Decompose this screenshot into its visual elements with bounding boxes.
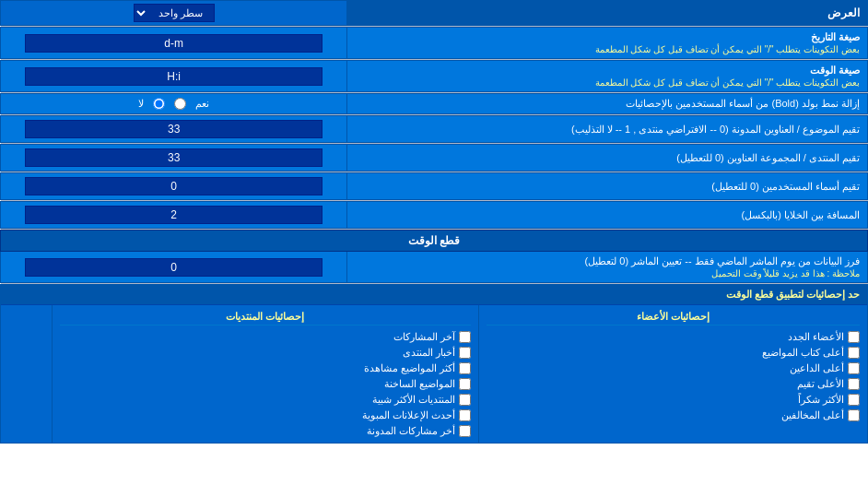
label-most-viewed-topics: أكثر المواضيع مشاهدة xyxy=(364,362,455,374)
checkbox-top-violators[interactable] xyxy=(848,409,860,421)
topic-order-input[interactable] xyxy=(25,120,323,138)
bold-remove-label: إزالة نمط بولد (Bold) من أسماء المستخدمي… xyxy=(347,94,868,114)
stats-limit-label: حد إحصائيات لتطبيق قطع الوقت xyxy=(1,285,867,305)
time-cut-filter-label: فرز البيانات من يوم الماشر الماضي فقط --… xyxy=(347,252,868,283)
label-forum-news: أخبار المنتدى xyxy=(403,347,455,359)
cell-spacing-control xyxy=(1,202,347,229)
label-latest-classifieds: أحدث الإعلانات المبوية xyxy=(362,409,455,421)
stats-forums-header: إحصائيات المنتديات xyxy=(60,309,471,325)
radio-no-label: لا xyxy=(138,98,144,110)
label-top-rated: الأعلى تقيم xyxy=(797,378,844,390)
label-top-violators: أعلى المخالفين xyxy=(781,409,844,421)
label-most-thankful: الأكثر شكراً xyxy=(798,394,844,406)
label-most-popular-forums: المنتديات الأكثر شبية xyxy=(372,394,455,406)
time-format-label: صيغة الوقت بعض التكوينات يتطلب "/" التي … xyxy=(347,61,868,92)
checkbox-latest-classifieds[interactable] xyxy=(459,409,471,421)
label-new-members: الأعضاء الجدد xyxy=(788,331,844,343)
cell-spacing-label: المسافة بين الخلايا (بالبكسل) xyxy=(347,202,868,229)
stats-members-header: إحصائيات الأعضاء xyxy=(487,309,860,325)
topic-order-control xyxy=(1,116,347,143)
radio-yes-label: نعم xyxy=(195,98,209,110)
radio-yes[interactable] xyxy=(174,98,186,110)
checkbox-hot-topics[interactable] xyxy=(459,378,471,390)
checkbox-last-posts[interactable] xyxy=(459,331,471,343)
stats-section: حد إحصائيات لتطبيق قطع الوقت إحصائيات ال… xyxy=(1,285,868,444)
date-format-control xyxy=(1,28,347,59)
time-cut-header: قطع الوقت xyxy=(1,231,868,252)
time-cut-filter-input[interactable] xyxy=(25,258,323,277)
checkbox-blog-posts[interactable] xyxy=(459,425,471,437)
bold-remove-control: نعم لا xyxy=(1,94,347,114)
stats-forums-col: إحصائيات المنتديات آخر المشاركات أخبار ا… xyxy=(52,305,478,443)
single-line-dropdown[interactable]: سطر واحد سطرين ثلاثة أسطر xyxy=(134,4,215,22)
topic-order-label: تقيم الموضوع / العناوين المدونة (0 -- ال… xyxy=(347,116,868,143)
checkbox-forum-news[interactable] xyxy=(459,347,471,359)
forum-order-control xyxy=(1,145,347,172)
label-top-topic-writers: أعلى كتاب المواضيع xyxy=(762,347,844,359)
forum-order-input[interactable] xyxy=(25,148,323,167)
checkbox-most-viewed-topics[interactable] xyxy=(459,362,471,374)
time-format-control xyxy=(1,61,347,92)
checkbox-new-members[interactable] xyxy=(848,331,860,343)
checkbox-top-rated[interactable] xyxy=(848,378,860,390)
user-order-input[interactable] xyxy=(25,177,323,195)
page-title: العرض xyxy=(347,1,868,26)
radio-no[interactable] xyxy=(153,98,165,110)
time-format-input[interactable] xyxy=(25,67,323,86)
label-hot-topics: المواضيع الساخنة xyxy=(384,378,455,390)
user-order-control xyxy=(1,173,347,200)
label-last-posts: آخر المشاركات xyxy=(393,331,455,343)
cell-spacing-input[interactable] xyxy=(25,206,323,224)
checkbox-most-thankful[interactable] xyxy=(848,394,860,406)
label-blog-posts: أخر مشاركات المدونة xyxy=(367,425,455,437)
time-cut-filter-control xyxy=(1,252,347,283)
forum-order-label: تقيم المنتدى / المجموعة العناوين (0 للتع… xyxy=(347,145,868,172)
stats-empty-col xyxy=(1,305,52,443)
single-line-control[interactable]: سطر واحد سطرين ثلاثة أسطر xyxy=(1,1,347,26)
checkbox-most-popular-forums[interactable] xyxy=(459,394,471,406)
time-format-desc: بعض التكوينات يتطلب "/" التي يمكن أن تضا… xyxy=(595,77,860,88)
date-format-desc: بعض التكوينات يتطلب "/" التي يمكن أن تضا… xyxy=(595,44,860,54)
time-cut-filter-note: ملاحظة : هذا قد يزيد قليلاً وقت التحميل xyxy=(711,268,860,278)
checkbox-top-inviters[interactable] xyxy=(848,362,860,374)
stats-members-col: إحصائيات الأعضاء الأعضاء الجدد أعلى كتاب… xyxy=(478,305,867,443)
user-order-label: تقيم أسماء المستخدمين (0 للتعطيل) xyxy=(347,173,868,200)
date-format-label: صيغة التاريخ بعض التكوينات يتطلب "/" الت… xyxy=(347,28,868,59)
date-format-input[interactable] xyxy=(25,34,323,53)
label-top-inviters: أعلى الداعين xyxy=(790,362,844,374)
checkbox-top-topic-writers[interactable] xyxy=(848,347,860,359)
